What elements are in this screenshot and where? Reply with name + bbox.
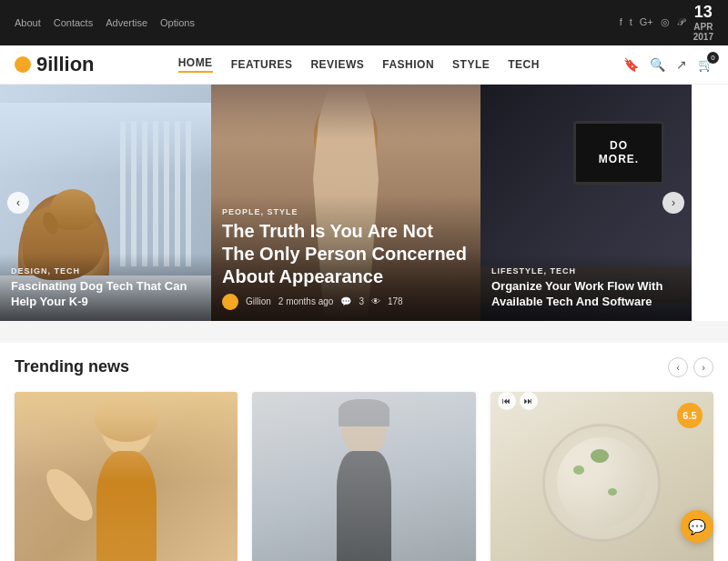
card3-audio-controls: ⏮ ⏭ (498, 392, 538, 410)
main-nav: HOME FEATURES REVIEWS FASHION STYLE TECH (178, 56, 540, 73)
hero-right-category: LIFESTYLE, TECH (491, 266, 681, 275)
trending-card-1: GUIDE, PHOTOGRAPHY Fascinating Photo Edi… (15, 392, 238, 561)
trending-nav: ‹ › (668, 357, 713, 377)
view-icon: 👁 (371, 296, 380, 306)
fence-decoration (120, 121, 193, 266)
audio-prev-btn[interactable]: ⏮ (498, 392, 516, 410)
hero-left-category: DESIGN, TECH (11, 266, 200, 275)
nav-reviews[interactable]: REVIEWS (310, 58, 364, 71)
trending-grid: GUIDE, PHOTOGRAPHY Fascinating Photo Edi… (15, 392, 713, 561)
post-time: 2 months ago (278, 296, 334, 306)
topbar-right: f t G+ ◎ 𝒫 13 APR2017 (620, 4, 713, 42)
date-display: 13 APR2017 (693, 4, 713, 42)
social-icons: f t G+ ◎ 𝒫 (620, 16, 684, 28)
nav-fashion[interactable]: FASHION (382, 58, 434, 71)
hero-center-meta: Gillion 2 months ago 💬 3 👁 178 (222, 294, 470, 310)
logo-text: 9illion (36, 53, 95, 76)
date-month: APR2017 (693, 22, 713, 42)
nav-home[interactable]: HOME (178, 56, 213, 73)
audio-next-btn[interactable]: ⏭ (520, 392, 538, 410)
googleplus-icon[interactable]: G+ (640, 16, 653, 28)
hero-slide-left: DESIGN, TECH Fascinating Dog Tech That C… (0, 85, 211, 321)
trending-card-3: ⏮ ⏭ 6.5 COOKING, FOOD Heartwarming Dishe… (490, 392, 713, 561)
pinterest-icon[interactable]: 𝒫 (677, 16, 684, 28)
trending-card-2: LIFESTYLE, MOTIVATION The Single Most Im… (252, 392, 475, 561)
logo[interactable]: 9illion (15, 53, 95, 76)
nav-tech[interactable]: TECH (508, 58, 540, 71)
advertise-link[interactable]: Advertise (106, 17, 147, 28)
trending-title: Trending news (15, 357, 129, 376)
hero-right-overlay: LIFESTYLE, TECH Organize Your Work Flow … (480, 254, 692, 321)
author-name: Gillion (246, 296, 271, 306)
header-actions: 🔖 🔍 ↗ 🛒 0 (623, 57, 713, 72)
contacts-link[interactable]: Contacts (54, 17, 93, 28)
cart-icon[interactable]: 🛒 0 (698, 57, 713, 72)
card3-score: 6.5 (677, 403, 703, 428)
facebook-icon[interactable]: f (620, 16, 622, 28)
about-link[interactable]: About (15, 17, 41, 28)
card1-image (15, 392, 238, 561)
comment-count: 3 (359, 296, 364, 306)
hero-left-prev-btn[interactable]: ‹ (7, 192, 29, 214)
cart-badge-count: 0 (707, 52, 719, 64)
twitter-icon[interactable]: t (630, 16, 632, 28)
trending-section: Trending news ‹ › GUIDE, PHOTOGRAPHY (0, 343, 728, 561)
topbar: About Contacts Advertise Options f t G+ … (0, 0, 728, 45)
author-avatar (222, 294, 238, 310)
nav-features[interactable]: FEATURES (231, 58, 293, 71)
topbar-links: About Contacts Advertise Options (15, 17, 195, 28)
comment-icon: 💬 (340, 296, 351, 306)
hero-center-category: PEOPLE, STYLE (222, 207, 470, 216)
monitor-text-do: DO (610, 139, 628, 152)
chat-bubble-btn[interactable]: 💬 (681, 510, 713, 543)
card2-image (252, 392, 475, 561)
hero-right-title[interactable]: Organize Your Work Flow With Available T… (491, 279, 681, 310)
search-icon[interactable]: 🔍 (650, 57, 665, 72)
hero-slide-right: DO MORE. LIFESTYLE, TECH Organize Your W… (480, 85, 692, 321)
share-icon[interactable]: ↗ (676, 57, 687, 72)
monitor-text-more: MORE. (599, 153, 639, 165)
trending-header: Trending news ‹ › (15, 357, 713, 377)
monitor-display: DO MORE. (573, 121, 664, 185)
options-link[interactable]: Options (160, 17, 195, 28)
logo-circle (15, 56, 31, 73)
date-day: 13 (694, 3, 713, 21)
hero-right-next-btn[interactable]: › (662, 192, 684, 214)
view-count: 178 (388, 296, 403, 306)
nav-style[interactable]: STYLE (452, 58, 490, 71)
hero-center-title[interactable]: The Truth Is You Are Not The Only Person… (222, 220, 470, 288)
hero-slide-center: PEOPLE, STYLE The Truth Is You Are Not T… (211, 85, 480, 321)
hero-center-overlay: PEOPLE, STYLE The Truth Is You Are Not T… (211, 195, 480, 321)
header: 9illion HOME FEATURES REVIEWS FASHION ST… (0, 45, 728, 85)
hero-left-title[interactable]: Fascinating Dog Tech That Can Help Your … (11, 279, 200, 310)
instagram-icon[interactable]: ◎ (661, 16, 670, 28)
bookmark-icon[interactable]: 🔖 (623, 57, 639, 72)
hero-section: DESIGN, TECH Fascinating Dog Tech That C… (0, 85, 728, 321)
trending-next-btn[interactable]: › (693, 357, 713, 377)
trending-prev-btn[interactable]: ‹ (668, 357, 688, 377)
hero-left-overlay: DESIGN, TECH Fascinating Dog Tech That C… (0, 254, 211, 321)
